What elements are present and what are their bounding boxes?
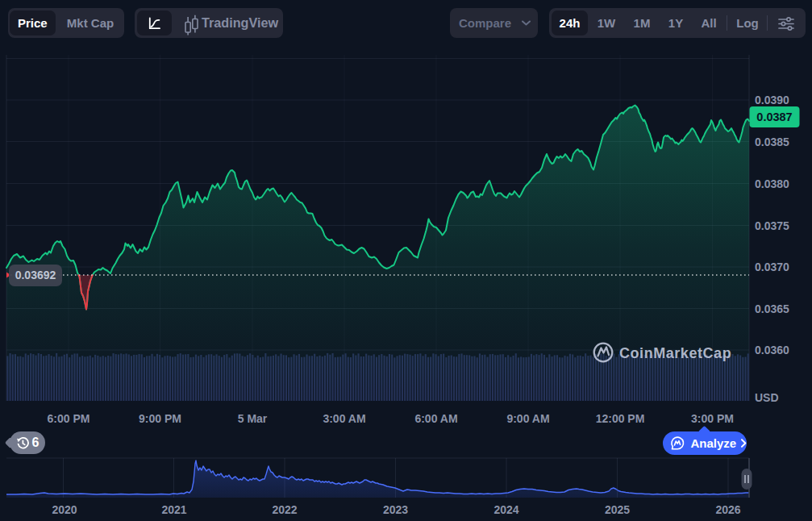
svg-text:0.0365: 0.0365 — [755, 302, 789, 315]
svg-text:2022: 2022 — [272, 503, 297, 516]
svg-text:0.0390: 0.0390 — [755, 94, 789, 106]
svg-text:0.0370: 0.0370 — [755, 260, 789, 273]
svg-text:6:00 PM: 6:00 PM — [48, 412, 90, 425]
svg-text:0.0380: 0.0380 — [755, 177, 789, 190]
svg-text:0.0385: 0.0385 — [755, 135, 789, 148]
svg-text:2026: 2026 — [715, 503, 740, 516]
svg-text:CoinMarketCap: CoinMarketCap — [619, 345, 731, 361]
svg-text:2020: 2020 — [52, 503, 77, 516]
svg-text:9:00 AM: 9:00 AM — [506, 412, 549, 425]
svg-text:USD: USD — [755, 391, 779, 404]
svg-text:9:00 PM: 9:00 PM — [139, 412, 181, 425]
svg-text:3:00 PM: 3:00 PM — [691, 412, 734, 425]
svg-text:5 Mar: 5 Mar — [238, 412, 268, 425]
svg-text:3:00 AM: 3:00 AM — [323, 412, 365, 425]
svg-text:0.03692: 0.03692 — [15, 269, 56, 281]
svg-text:2023: 2023 — [383, 503, 408, 516]
svg-text:2021: 2021 — [161, 503, 186, 516]
svg-text:12:00 PM: 12:00 PM — [596, 412, 645, 425]
svg-text:6:00 AM: 6:00 AM — [414, 412, 457, 425]
svg-text:2024: 2024 — [493, 503, 518, 516]
svg-text:0.0375: 0.0375 — [755, 219, 789, 232]
svg-text:0.0387: 0.0387 — [756, 110, 792, 123]
svg-text:0.0360: 0.0360 — [755, 344, 789, 356]
svg-text:2025: 2025 — [605, 503, 630, 516]
